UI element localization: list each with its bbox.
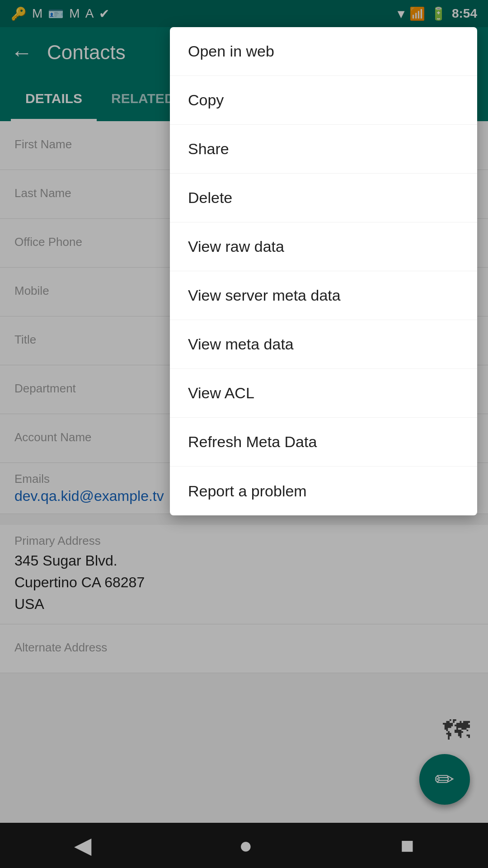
menu-item-view-server-meta-data[interactable]: View server meta data [170,271,477,320]
menu-item-share[interactable]: Share [170,125,477,174]
menu-item-open-in-web[interactable]: Open in web [170,27,477,76]
menu-item-report-a-problem[interactable]: Report a problem [170,467,477,515]
menu-item-delete[interactable]: Delete [170,174,477,222]
menu-item-view-raw-data[interactable]: View raw data [170,222,477,271]
menu-item-refresh-meta-data[interactable]: Refresh Meta Data [170,418,477,467]
context-menu: Open in web Copy Share Delete View raw d… [170,27,477,515]
menu-item-view-acl[interactable]: View ACL [170,369,477,418]
menu-item-view-meta-data[interactable]: View meta data [170,320,477,369]
menu-item-copy[interactable]: Copy [170,76,477,125]
